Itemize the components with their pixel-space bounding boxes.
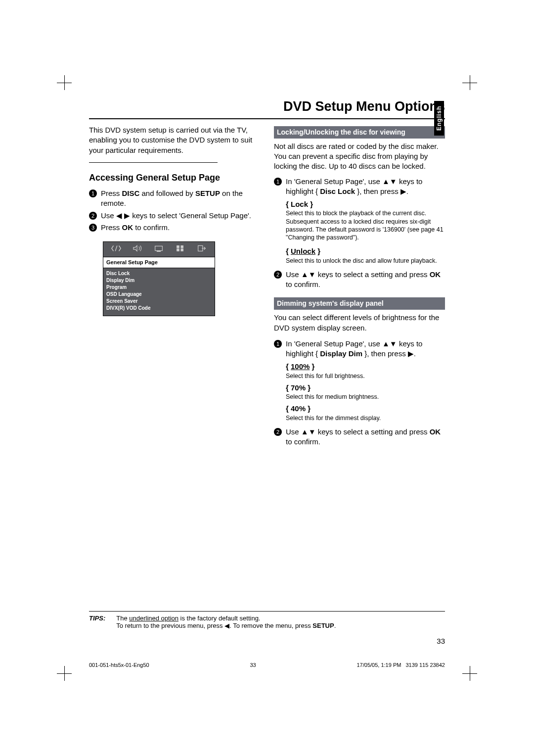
step-number-icon: 2	[274, 271, 282, 279]
svg-rect-2	[177, 246, 179, 248]
menu-item: Screen Saver	[106, 298, 212, 305]
footer-file: 001-051-hts5x-01-Eng50	[89, 662, 149, 668]
option-unlock-label: { Unlock }	[286, 246, 445, 256]
step-text: In 'General Setup Page', use ▲▼ keys to …	[286, 339, 445, 359]
step-text: Press DISC and followed by SETUP on the …	[101, 189, 260, 209]
step-number-icon: 1	[274, 340, 282, 348]
step-number-icon: 3	[89, 224, 97, 232]
option-unlock-desc: Select this to unlock the disc and allow…	[286, 257, 445, 265]
svg-rect-1	[157, 251, 161, 252]
step-text: Use ▲▼ keys to select a setting and pres…	[286, 427, 445, 447]
tips-body: The underlined option is the factory def…	[116, 614, 445, 629]
left-column: This DVD system setup is carried out via…	[89, 125, 260, 449]
step-2: 2 Use ◀ ▶ keys to select 'General Setup …	[89, 211, 260, 221]
page-content: DVD Setup Menu Options English This DVD …	[89, 99, 445, 657]
svg-rect-0	[155, 246, 163, 250]
option-40-label: { 40% }	[286, 404, 445, 414]
menu-item: Program	[106, 284, 212, 291]
step-number-icon: 1	[274, 178, 282, 186]
crop-mark	[462, 75, 477, 90]
tips-label: TIPS:	[89, 614, 105, 629]
crop-mark	[57, 666, 72, 681]
audio-icon	[132, 244, 143, 254]
menu-item: OSD Language	[106, 291, 212, 298]
step-number-icon: 2	[274, 428, 282, 436]
section-heading: Accessing General Setup Page	[89, 172, 260, 184]
svg-rect-4	[177, 249, 179, 251]
video-icon	[153, 244, 164, 254]
step-2: 2 Use ▲▼ keys to select a setting and pr…	[274, 427, 445, 447]
option-lock-label: { Lock }	[286, 199, 445, 209]
paragraph: Not all discs are rated or coded by the …	[274, 142, 445, 172]
step-1: 1 Press DISC and followed by SETUP on th…	[89, 189, 260, 209]
crop-mark	[462, 666, 477, 681]
language-tab: English	[434, 101, 444, 136]
menu-item: DIVX(R) VOD Code	[106, 305, 212, 312]
osd-tabs	[103, 242, 215, 257]
option-lock-desc: Select this to block the playback of the…	[286, 209, 445, 241]
title-rule	[89, 118, 445, 119]
step-2: 2 Use ▲▼ keys to select a setting and pr…	[274, 270, 445, 290]
osd-menu-title: General Setup Page	[103, 257, 215, 268]
settings-icon	[111, 244, 122, 254]
grid-icon	[175, 244, 186, 254]
step-text: Use ◀ ▶ keys to select 'General Setup Pa…	[101, 211, 260, 221]
crop-mark	[57, 75, 72, 90]
svg-rect-5	[181, 249, 183, 251]
menu-item: Disc Lock	[106, 270, 212, 277]
step-number-icon: 1	[89, 189, 97, 197]
page-number: 33	[437, 637, 445, 645]
page-title: DVD Setup Menu Options	[89, 99, 445, 114]
print-footer: 001-051-hts5x-01-Eng50 33 17/05/05, 1:19…	[89, 662, 445, 668]
option-100-desc: Select this for full brightness.	[286, 372, 445, 380]
step-text: In 'General Setup Page', use ▲▼ keys to …	[286, 177, 445, 197]
option-70-desc: Select this for medium brightness.	[286, 393, 445, 401]
tips-box: TIPS: The underlined option is the facto…	[89, 611, 445, 629]
step-3: 3 Press OK to confirm.	[89, 223, 260, 233]
intro-paragraph: This DVD system setup is carried out via…	[89, 125, 260, 155]
subheading-dim: Dimming system's display panel	[274, 297, 445, 310]
menu-item: Display Dim	[106, 277, 212, 284]
right-column: Locking/Unlocking the disc for viewing N…	[274, 125, 445, 449]
paragraph: You can select different levels of brigh…	[274, 313, 445, 333]
exit-icon	[196, 244, 207, 254]
subheading-lock: Locking/Unlocking the disc for viewing	[274, 126, 445, 139]
option-100-label: { 100% }	[286, 362, 445, 372]
step-1: 1 In 'General Setup Page', use ▲▼ keys t…	[274, 177, 445, 197]
option-40-desc: Select this for the dimmest display.	[286, 414, 445, 422]
step-1: 1 In 'General Setup Page', use ▲▼ keys t…	[274, 339, 445, 359]
svg-rect-3	[181, 246, 183, 248]
option-70-label: { 70% }	[286, 383, 445, 393]
step-text: Press OK to confirm.	[101, 223, 260, 233]
osd-menu-items: Disc Lock Display Dim Program OSD Langua…	[103, 268, 215, 316]
osd-menu-preview: General Setup Page Disc Lock Display Dim…	[103, 241, 215, 316]
footer-page: 33	[250, 662, 256, 668]
section-rule	[89, 162, 218, 163]
footer-meta: 17/05/05, 1:19 PM 3139 115 23842	[356, 662, 445, 668]
step-text: Use ▲▼ keys to select a setting and pres…	[286, 270, 445, 290]
step-number-icon: 2	[89, 212, 97, 220]
